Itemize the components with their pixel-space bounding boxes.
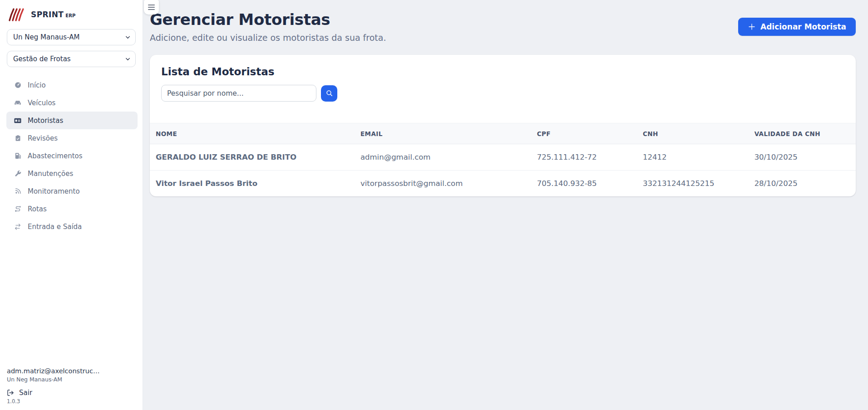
hamburger-icon — [148, 9, 155, 10]
search-icon — [326, 89, 333, 97]
cell-nome: Vitor Israel Passos Brito — [150, 171, 355, 197]
brand-suffix: ERP — [65, 13, 75, 18]
search-button[interactable] — [321, 85, 337, 102]
sidebar-item-motoristas[interactable]: Motoristas — [6, 112, 138, 129]
sidebar-item-label: Monitoramento — [28, 187, 80, 195]
cell-cpf: 705.140.932-85 — [531, 171, 637, 197]
sidebar-item-abastecimentos[interactable]: Abastecimentos — [6, 147, 138, 165]
cell-validade: 28/10/2025 — [749, 171, 856, 197]
sidebar-item-label: Entrada e Saída — [28, 223, 82, 231]
cell-email: admin@gmail.com — [355, 144, 531, 171]
business-unit-select[interactable]: Un Neg Manaus-AM — [7, 29, 136, 45]
satellite-icon — [14, 187, 22, 195]
clipboard-check-icon — [14, 134, 22, 142]
page-header: Gerenciar Motoristas Adicione, edite ou … — [150, 10, 856, 43]
drivers-table: NOME EMAIL CPF CNH VALIDADE DA CNH GERAL… — [150, 123, 856, 196]
hamburger-icon — [148, 5, 155, 5]
module-select[interactable]: Gestão de Frotas — [7, 51, 136, 67]
id-card-icon — [14, 117, 22, 125]
hamburger-icon — [148, 7, 155, 8]
business-unit-select-wrap: Un Neg Manaus-AM — [7, 29, 136, 45]
sidebar-item-rotas[interactable]: Rotas — [6, 200, 138, 218]
sidebar-item-manutencoes[interactable]: Manutenções — [6, 165, 138, 182]
plus-icon — [748, 23, 756, 31]
sidebar-item-label: Motoristas — [28, 117, 63, 125]
app-version: 1.0.3 — [7, 398, 136, 405]
app-root: SPRINT ERP Un Neg Manaus-AM Gestão de Fr… — [0, 0, 868, 410]
sidebar-item-label: Revisões — [28, 134, 58, 142]
cell-nome: GERALDO LUIZ SERRAO DE BRITO — [150, 144, 355, 171]
cell-cpf: 725.111.412-72 — [531, 144, 637, 171]
column-header-cnh: CNH — [637, 123, 749, 144]
logout-button[interactable]: Sair — [7, 389, 136, 397]
column-header-cpf: CPF — [531, 123, 637, 144]
sidebar-item-label: Veículos — [28, 99, 55, 107]
user-business-unit: Un Neg Manaus-AM — [7, 376, 136, 383]
cell-cnh: 12412 — [637, 144, 749, 171]
cell-validade: 30/10/2025 — [749, 144, 856, 171]
sidebar-item-revisoes[interactable]: Revisões — [6, 129, 138, 147]
column-header-email: EMAIL — [355, 123, 531, 144]
sidebar-toggle-button[interactable] — [144, 0, 159, 15]
sidebar-item-veiculos[interactable]: Veículos — [6, 94, 138, 112]
card-title: Lista de Motoristas — [150, 66, 856, 78]
sidebar-item-label: Início — [28, 81, 46, 89]
sidebar-item-entrada-e-saida[interactable]: Entrada e Saída — [6, 218, 138, 235]
sidebar-item-monitoramento[interactable]: Monitoramento — [6, 182, 138, 200]
sidebar-nav: Início Veículos Motoristas Revisões — [0, 76, 143, 235]
brand: SPRINT ERP — [0, 5, 143, 27]
wrench-icon — [14, 170, 22, 177]
page-subtitle: Adicione, edite ou visualize os motorist… — [150, 33, 386, 43]
sidebar-item-label: Manutenções — [28, 170, 73, 178]
column-header-nome: NOME — [150, 123, 355, 144]
page-header-titles: Gerenciar Motoristas Adicione, edite ou … — [150, 10, 386, 43]
user-email: adm.matriz@axelconstruc… — [7, 367, 136, 375]
sidebar-footer: adm.matriz@axelconstruc… Un Neg Manaus-A… — [0, 367, 143, 405]
table-row: Vitor Israel Passos Brito vitorpassosbri… — [150, 171, 856, 197]
route-icon — [14, 205, 22, 213]
logout-label: Sair — [19, 389, 32, 397]
page-title: Gerenciar Motoristas — [150, 10, 386, 29]
fuel-pump-icon — [14, 152, 22, 160]
add-driver-button[interactable]: Adicionar Motorista — [738, 18, 856, 36]
sidebar: SPRINT ERP Un Neg Manaus-AM Gestão de Fr… — [0, 0, 143, 410]
sidebar-item-label: Rotas — [28, 205, 47, 213]
table-header-row: NOME EMAIL CPF CNH VALIDADE DA CNH — [150, 123, 856, 144]
search-input[interactable] — [161, 85, 316, 102]
add-driver-button-label: Adicionar Motorista — [760, 22, 846, 31]
cell-cnh: 332131244125215 — [637, 171, 749, 197]
sidebar-item-inicio[interactable]: Início — [6, 76, 138, 94]
main-content: Gerenciar Motoristas Adicione, edite ou … — [143, 0, 868, 410]
module-select-wrap: Gestão de Frotas — [7, 51, 136, 67]
drivers-card: Lista de Motoristas NOME EMAIL CPF CNH — [150, 55, 856, 196]
cell-email: vitorpassosbrit@gmail.com — [355, 171, 531, 197]
logout-icon — [7, 389, 14, 396]
table-row: GERALDO LUIZ SERRAO DE BRITO admin@gmail… — [150, 144, 856, 171]
sidebar-item-label: Abastecimentos — [28, 152, 83, 160]
brand-name: SPRINT — [31, 10, 64, 19]
car-icon — [14, 99, 22, 107]
arrows-exchange-icon — [14, 223, 22, 230]
dashboard-icon — [14, 81, 22, 89]
brand-logo-icon — [7, 6, 26, 23]
column-header-validade: VALIDADE DA CNH — [749, 123, 856, 144]
sidebar-spacer — [0, 235, 143, 367]
search-row — [150, 85, 856, 102]
